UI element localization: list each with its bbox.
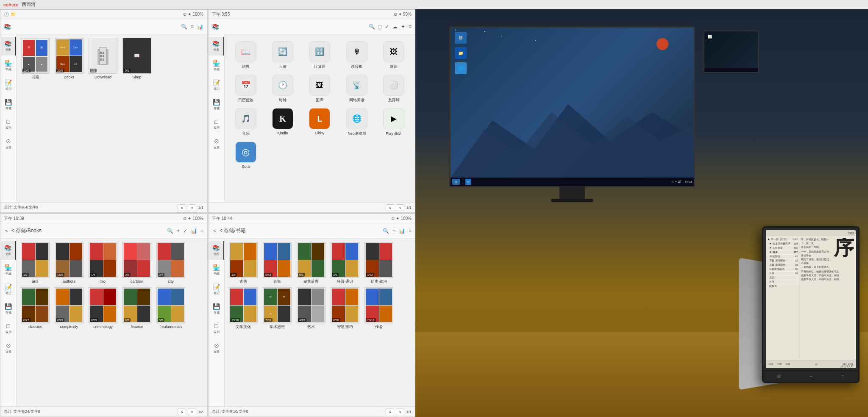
menu-nav-button[interactable]: ≡ (842, 374, 844, 378)
list-item[interactable]: 🌐 Neo浏览器 (341, 108, 373, 136)
sidebar-item-settings[interactable]: ⊙ 设置 (209, 134, 224, 153)
sidebar-item-apps[interactable]: □ 应用 (209, 115, 224, 133)
list-item[interactable]: 6/25 complexity (54, 287, 84, 329)
list-item[interactable]: 3/2 科普·通识 (330, 242, 360, 284)
sidebar-item-notes[interactable]: 📝 笔记 (209, 76, 224, 95)
next-page-button[interactable]: ∨ (396, 204, 404, 211)
list-item[interactable]: 6/25 criminology (88, 287, 118, 329)
list-item[interactable]: 📖 词典 (230, 41, 262, 70)
chart-icon[interactable]: 📊 (191, 228, 197, 234)
check-icon[interactable]: ✓ (183, 228, 187, 234)
sidebar-item-storage[interactable]: 💾 存储 (209, 95, 224, 114)
sidebar-item-storage[interactable]: 💾 存储 (1, 300, 16, 318)
add-icon[interactable]: + (392, 228, 395, 234)
list-item[interactable]: ▶ Play 商店 (378, 108, 410, 136)
chart-icon[interactable]: 📊 (197, 24, 203, 30)
list-item[interactable]: 4/15 艺术 (296, 287, 326, 329)
list-item[interactable]: Book Cats Mars Art 22/0 Books (54, 38, 84, 80)
sidebar-item-library[interactable]: 📚 书库 (209, 37, 224, 56)
prev-page-button[interactable]: ∧ (178, 204, 186, 211)
list-item[interactable]: 0/5 freakonomics (156, 287, 186, 329)
search-icon[interactable]: 🔍 (167, 228, 173, 234)
list-item[interactable]: K Kindle (267, 108, 298, 136)
list-item[interactable]: 📅 日历便签 (230, 75, 262, 103)
list-item[interactable]: 0/77 classics (20, 287, 50, 329)
prev-page-button[interactable]: ∧ (178, 409, 186, 415)
list-item[interactable]: 🔄 互传 (267, 41, 298, 70)
sidebar-item-notes[interactable]: 📝 笔记 (209, 280, 224, 299)
sidebar-item-settings[interactable]: ⊙ 设置 (209, 339, 224, 357)
back-button[interactable]: ＜ (212, 227, 217, 234)
light-icon[interactable]: ✦ (401, 24, 405, 30)
sidebar-item-store[interactable]: 🏪 书城 (209, 261, 224, 279)
list-item[interactable]: 0/8 鉴赏辞典 (296, 242, 326, 284)
list-item[interactable]: ⚪ 悬浮球 (378, 75, 410, 103)
search-icon[interactable]: 🔍 (369, 24, 375, 30)
menu-icon[interactable]: ≡ (409, 24, 412, 30)
settings-button[interactable]: 设置 (785, 362, 790, 366)
prev-page-button[interactable]: ∧ (386, 204, 394, 211)
search-icon[interactable]: 🔍 (181, 24, 187, 30)
list-item[interactable]: L Libby (304, 108, 336, 136)
contents-button[interactable]: 目录 (768, 362, 773, 366)
list-item[interactable]: 🔢 计算器 (304, 41, 336, 70)
list-item[interactable]: ◎ Sora (230, 142, 262, 169)
sidebar-item-store[interactable]: 🏪 书城 (1, 56, 16, 75)
list-item[interactable]: 1/0 Download (88, 38, 118, 80)
list-item[interactable]: 0/7 city (156, 242, 186, 284)
chart-icon[interactable]: 📊 (399, 228, 405, 234)
home-nav-button[interactable]: ⊞ (777, 374, 781, 378)
sidebar-item-apps[interactable]: □ 应用 (1, 319, 16, 338)
next-page-button[interactable]: ∨ (188, 204, 196, 211)
sidebar-item-notes[interactable]: 📝 笔记 (1, 280, 16, 299)
sidebar-item-apps[interactable]: □ 应用 (209, 319, 224, 338)
sidebar-item-storage[interactable]: 💾 存储 (209, 300, 224, 318)
prev-page-button[interactable]: ∧ (386, 409, 394, 415)
list-item[interactable]: 15/18 文学文化 (228, 287, 259, 329)
list-item[interactable]: M m m 7/33 学术思想 (262, 287, 292, 329)
sidebar-item-library[interactable]: 📚 书库 (209, 241, 224, 260)
sidebar-item-storage[interactable]: 💾 存储 (1, 95, 16, 114)
sync-icon[interactable]: ☁ (392, 24, 398, 30)
list-item[interactable]: 📖 0/1 Shop (122, 38, 152, 80)
list-item[interactable]: 0/2 finance (122, 287, 152, 329)
list-item[interactable]: 0/38 智慧·技巧 (330, 287, 360, 329)
list-item[interactable]: 🖼 图库 (304, 75, 336, 103)
list-icon[interactable]: ≡ (191, 24, 194, 30)
sidebar-item-library[interactable]: 📚 书库 (1, 241, 16, 260)
list-item[interactable]: 🎵 音乐 (230, 108, 262, 136)
list-item[interactable]: 0/2 cartoon (122, 242, 152, 284)
add-icon[interactable]: □ (378, 24, 381, 30)
back-nav-button[interactable]: ← (809, 374, 813, 378)
list-item[interactable]: 79/16 作者 (364, 287, 394, 329)
sidebar-item-store[interactable]: 🏪 书城 (1, 261, 16, 279)
list-item[interactable]: 1/4 bio (88, 242, 118, 284)
sidebar-item-notes[interactable]: 📝 笔记 (1, 76, 16, 95)
book-icon[interactable]: 📚 (4, 23, 11, 30)
list-item[interactable]: 🕐 时钟 (267, 75, 298, 103)
next-page-button[interactable]: ∨ (188, 409, 196, 415)
menu-icon[interactable]: ≡ (409, 228, 412, 234)
sidebar-item-settings[interactable]: ⊙ 设置 (1, 339, 16, 357)
search-icon[interactable]: 🔍 (383, 228, 389, 234)
list-item[interactable]: 6/43 合集 (262, 242, 292, 284)
list-item[interactable]: 1/2 arts (20, 242, 50, 284)
list-item[interactable]: 🖼 屏保 (378, 41, 410, 70)
bookmark-button[interactable]: 书签 (777, 362, 782, 366)
back-button[interactable]: ＜ (4, 227, 9, 234)
check-icon[interactable]: ✓ (385, 24, 389, 30)
list-item[interactable]: 🎙 录音机 (341, 41, 373, 70)
add-icon[interactable]: + (177, 228, 180, 234)
sidebar-item-store[interactable]: 🏪 书城 (209, 56, 224, 75)
sidebar-item-settings[interactable]: ⊙ 设置 (1, 134, 16, 153)
sidebar-item-apps[interactable]: □ 应用 (1, 115, 16, 133)
sidebar-item-library[interactable]: 📚 书库 (1, 37, 16, 56)
list-item[interactable]: 书 籍 ● ● 10/0 书籍 (20, 38, 50, 80)
menu-icon[interactable]: ≡ (200, 228, 203, 234)
list-item[interactable]: 📡 网络阅读 (341, 75, 373, 103)
list-item[interactable]: 3/12 历史·政治 (364, 242, 394, 284)
book-icon[interactable]: 📚 (212, 23, 219, 30)
list-item[interactable]: 1/5 古典 (228, 242, 259, 284)
list-item[interactable]: 16/0 authors (54, 242, 84, 284)
next-page-button[interactable]: ∨ (396, 409, 404, 415)
